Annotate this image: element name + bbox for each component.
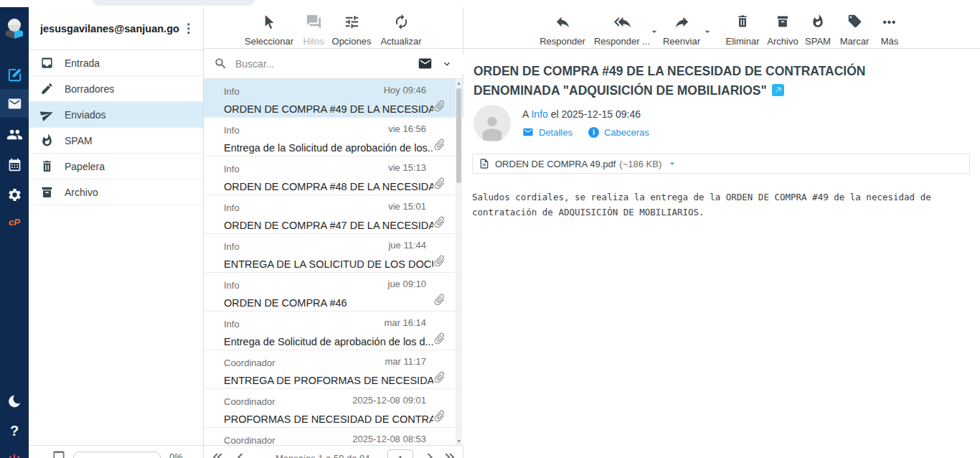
folder-sidebar: jesusgavilanes@sanjuan.gob.... ⋮ Entrada… [29,7,204,458]
folder-spam[interactable]: SPAM [29,128,203,154]
account-menu-icon[interactable]: ⋮ [179,21,197,36]
message-meta-links: Detalles i Cabeceras [522,126,665,138]
first-page-icon[interactable] [209,450,225,458]
forward-icon [674,14,690,30]
forward-button[interactable]: Reenviar [656,14,707,47]
calendar-module-icon[interactable] [0,151,29,177]
search-bar [204,49,463,79]
spam-icon [811,14,825,29]
message-row[interactable]: Coordinador 2025-12-08 09:01 PROFORMAS D… [204,389,463,428]
details-link[interactable]: Detalles [522,126,573,138]
prev-page-icon[interactable] [232,450,248,458]
message-body: Saludos cordiales, se realiza la entrega… [472,190,960,220]
inbox-status-icon [52,449,66,458]
folder-archivo[interactable]: Archivo [29,179,203,205]
settings-icon[interactable] [0,182,29,207]
message-row[interactable]: Info Hoy 09:46 ORDEN DE COMPRA #49 DE LA… [204,79,463,118]
tag-icon [847,14,862,29]
info-icon: i [588,127,599,138]
options-icon [344,14,360,30]
reading-pane: Responder Responder ... Reenviar Elimina… [463,7,980,458]
message-row[interactable]: Info vie 16:56 Entrega de la Solicitud d… [204,118,463,156]
page-number-input[interactable] [387,449,413,458]
message-row[interactable]: Info jue 11:44 ENTREGA DE LA SOLICITUD D… [204,234,463,273]
sender-avatar [473,105,511,142]
reply-button[interactable]: Responder [535,14,590,47]
quota-progress-bar [73,452,161,458]
mark-button[interactable]: Marcar [831,14,878,47]
help-icon[interactable]: ? [0,418,29,444]
recipient-line: A Info el 2025-12-15 09:46 [522,108,641,120]
reply-all-button[interactable]: Responder ... [590,14,654,47]
pagination-summary: Mensajes 1 a 50 de 94 [275,453,370,458]
attachment-size: (~186 KB) [619,159,661,169]
message-subject: ORDEN DE COMPRA #49 DE LA NECESIDAD DE C… [473,62,933,101]
envelope-icon [522,126,534,138]
sent-icon [38,106,55,123]
logout-icon[interactable] [0,447,29,458]
folder-entrada[interactable]: Entrada [29,50,203,76]
dark-mode-icon[interactable] [0,388,29,414]
inbox-icon [40,56,54,70]
headers-link[interactable]: i Cabeceras [588,127,649,138]
search-scope-envelope-icon[interactable] [418,56,433,71]
drafts-icon [40,82,54,95]
threads-icon [306,14,322,30]
person-icon [478,111,507,142]
message-row[interactable]: Info mar 16:14 Entrega de Solicitud de a… [204,312,463,350]
sogo-logo [3,16,26,40]
folder-enviados[interactable]: Enviados [29,102,203,128]
scroll-down-icon[interactable]: ▼ [456,439,462,444]
search-icon [214,57,227,70]
mail-module-icon[interactable] [0,89,29,118]
message-row[interactable]: Coordinador mar 11:17 ENTREGA DE PROFORM… [204,350,463,389]
options-button[interactable]: Opciones [328,14,375,47]
attachment-item[interactable]: ORDEN DE COMPRA 49.pdf (~186 KB) [472,154,970,174]
attachment-caret-icon[interactable] [667,159,677,169]
delete-icon [735,14,750,29]
last-page-icon[interactable] [442,450,458,458]
chevron-down-icon[interactable] [441,58,453,70]
quota-status-bar: 0% [29,445,203,458]
pointer-icon [261,14,278,30]
app-rail: cP ? [0,7,29,458]
archive-icon [40,185,54,199]
scroll-up-icon[interactable]: ▲ [456,80,462,85]
folder-papelera[interactable]: Papelera [29,154,203,179]
trash-icon [40,159,54,173]
next-page-icon[interactable] [422,450,438,458]
list-toolbar: Seleccionar Hilos Opciones Actualizar [204,7,463,49]
message-row[interactable]: Info jue 09:10 ORDEN DE COMPRA #46 [204,273,463,312]
browser-omnibox-remnant [92,0,255,6]
list-scrollbar[interactable]: ▲ ▼ [456,79,462,445]
refresh-icon [393,14,410,30]
scrollbar-thumb[interactable] [456,88,461,183]
compose-icon[interactable] [0,62,29,88]
threads-button[interactable]: Hilos [299,14,328,47]
spam-icon [40,134,54,147]
reply-all-icon [614,14,631,30]
pdf-icon [479,158,490,169]
message-toolbar: Responder Responder ... Reenviar Elimina… [463,7,980,49]
reply-icon [555,14,571,30]
archive-icon [776,14,790,29]
more-button[interactable]: ••• Más [872,14,907,47]
browser-chrome-strip [0,0,980,7]
message-row[interactable]: Coordinador 2025-12-08 08:53 [204,428,463,445]
cpanel-icon[interactable]: cP [0,209,29,235]
select-button[interactable]: Seleccionar [239,14,299,47]
forward-caret-icon[interactable] [702,26,713,37]
message-row[interactable]: Info vie 15:01 ORDEN DE COMPRA #47 DE LA… [204,195,463,234]
message-row[interactable]: Info vie 15:13 ORDEN DE COMPRA #48 DE LA… [204,156,463,195]
contacts-module-icon[interactable] [0,121,29,147]
more-dots-icon: ••• [883,14,897,30]
quota-percent: 0% [169,452,183,458]
account-email: jesusgavilanes@sanjuan.gob.... [40,23,179,34]
pagination-bar: Mensajes 1 a 50 de 94 [204,445,463,458]
account-row: jesusgavilanes@sanjuan.gob.... ⋮ [29,7,203,50]
attachment-name: ORDEN DE COMPRA 49.pdf [495,159,616,169]
open-in-popup-icon[interactable] [772,84,784,96]
recipient-link[interactable]: Info [531,108,547,120]
refresh-button[interactable]: Actualizar [375,14,427,47]
folder-borradores[interactable]: Borradores [29,76,203,102]
